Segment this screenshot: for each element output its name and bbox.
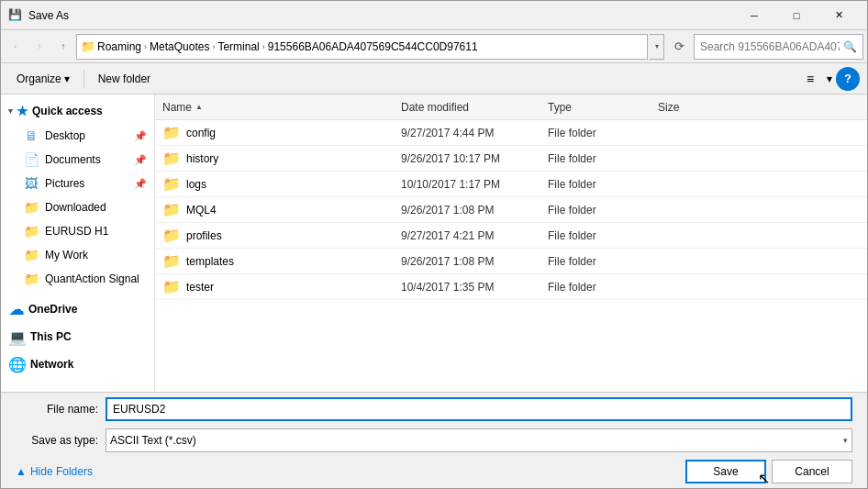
sidebar-documents-label: Documents [45, 153, 101, 166]
file-date-cell: 9/27/2017 4:44 PM [401, 127, 548, 139]
folder-icon: 📁 [162, 150, 181, 167]
folder-icon: 📁 [162, 252, 181, 270]
file-date-cell: 9/26/2017 1:08 PM [401, 255, 548, 268]
bottom-bar: File name: Save as type: ASCII Text (*.c… [1, 392, 867, 488]
sidebar-item-documents[interactable]: 📄 Documents 📌 [1, 148, 154, 172]
table-row[interactable]: 📁 config 9/27/2017 4:44 PM File folder [155, 120, 867, 146]
pictures-icon: 🖼 [23, 176, 39, 191]
save-button[interactable]: Save ↖ [685, 460, 766, 483]
sidebar-pictures-label: Pictures [45, 177, 84, 190]
file-type-cell: File folder [548, 229, 658, 242]
sidebar-item-quantaction[interactable]: 📁 QuantAction Signal [1, 267, 154, 291]
path-arrow-2: › [212, 42, 215, 51]
toolbar-separator [83, 70, 84, 88]
file-name-cell: tester [186, 281, 214, 294]
quick-access-header[interactable]: ▾ ★ Quick access [1, 98, 154, 124]
up-button[interactable]: ↑ [52, 34, 74, 60]
minimize-button[interactable]: ─ [733, 1, 775, 30]
save-type-select[interactable]: ASCII Text (*.csv) ▾ [106, 428, 852, 452]
file-type-cell: File folder [548, 204, 658, 217]
hide-folders-icon: ▲ [16, 465, 27, 478]
file-type-cell: File folder [548, 178, 658, 191]
file-name-input[interactable] [106, 397, 852, 421]
forward-button[interactable]: › [28, 34, 50, 60]
quantaction-icon: 📁 [23, 272, 39, 286]
folder-icon: 📁 [162, 227, 181, 244]
organize-button[interactable]: Organize ▾ [8, 67, 78, 91]
cancel-label: Cancel [795, 465, 829, 478]
address-bar: ‹ › ↑ 📁 Roaming › MetaQuotes › Terminal … [1, 30, 867, 63]
cursor-icon: ↖ [758, 470, 770, 487]
my-work-icon: 📁 [23, 248, 39, 262]
organize-arrow: ▾ [64, 72, 70, 85]
table-row[interactable]: 📁 history 9/26/2017 10:17 PM File folder [155, 146, 867, 172]
path-arrow-1: › [144, 42, 147, 51]
file-type-cell: File folder [548, 127, 658, 139]
file-list-header: Name ▲ Date modified Type Size [155, 94, 867, 120]
file-type-cell: File folder [548, 281, 658, 294]
new-folder-label: New folder [98, 72, 150, 85]
path-segment-roaming: Roaming [97, 40, 141, 53]
sidebar-item-desktop[interactable]: 🖥 Desktop 📌 [1, 124, 154, 148]
sidebar-downloaded-label: Downloaded [45, 201, 106, 214]
column-name-header[interactable]: Name ▲ [162, 101, 401, 114]
path-segment-hash: 915566BA06ADA407569C544CC0D97611 [268, 40, 478, 53]
sidebar-quantaction-label: QuantAction Signal [45, 272, 139, 285]
save-type-label: Save as type: [16, 434, 98, 447]
column-type-header[interactable]: Type [548, 101, 658, 114]
action-row: ▲ Hide Folders Save ↖ Cancel [1, 455, 867, 488]
sidebar-my-work-label: My Work [45, 249, 88, 261]
column-size-header[interactable]: Size [658, 101, 731, 114]
refresh-button[interactable]: ⟳ [666, 34, 692, 60]
dialog-title: Save As [28, 9, 733, 22]
table-row[interactable]: 📁 MQL4 9/26/2017 1:08 PM File folder [155, 197, 867, 223]
address-dropdown[interactable]: ▾ [650, 34, 664, 60]
view-button[interactable]: ≡ [797, 67, 823, 91]
file-date-cell: 9/26/2017 10:17 PM [401, 152, 548, 165]
toolbar: Organize ▾ New folder ≡ ▾ ? [1, 63, 867, 94]
main-content: ▾ ★ Quick access 🖥 Desktop 📌 📄 Documents… [1, 94, 867, 392]
sidebar-onedrive[interactable]: ☁ OneDrive [1, 296, 154, 322]
table-row[interactable]: 📁 profiles 9/27/2017 4:21 PM File folder [155, 223, 867, 249]
file-type-cell: File folder [548, 255, 658, 268]
help-button[interactable]: ? [836, 67, 860, 91]
file-name-label: File name: [16, 403, 98, 416]
sidebar-item-my-work[interactable]: 📁 My Work [1, 243, 154, 267]
sidebar-desktop-label: Desktop [45, 129, 85, 142]
sidebar-item-eurusd[interactable]: 📁 EURUSD H1 [1, 219, 154, 243]
save-type-value: ASCII Text (*.csv) [110, 434, 196, 447]
close-button[interactable]: ✕ [818, 1, 860, 30]
onedrive-icon: ☁ [8, 301, 25, 318]
search-input[interactable] [700, 40, 840, 53]
path-arrow-3: › [262, 42, 265, 51]
sidebar: ▾ ★ Quick access 🖥 Desktop 📌 📄 Documents… [1, 94, 155, 392]
onedrive-label: OneDrive [28, 303, 77, 316]
sidebar-network[interactable]: 🌐 Network [1, 351, 154, 377]
file-name-cell: profiles [186, 229, 222, 242]
cancel-button[interactable]: Cancel [772, 460, 852, 483]
save-type-arrow: ▾ [843, 436, 848, 445]
thispc-label: This PC [30, 330, 72, 343]
save-type-row: Save as type: ASCII Text (*.csv) ▾ [1, 426, 867, 455]
column-date-header[interactable]: Date modified [401, 101, 548, 114]
maximize-button[interactable]: □ [775, 1, 818, 30]
table-row[interactable]: 📁 tester 10/4/2017 1:35 PM File folder [155, 274, 867, 300]
folder-icon: 📁 [162, 201, 181, 218]
sidebar-item-downloaded[interactable]: 📁 Downloaded [1, 195, 154, 219]
sidebar-item-pictures[interactable]: 🖼 Pictures 📌 [1, 172, 154, 195]
file-date-cell: 10/4/2017 1:35 PM [401, 281, 548, 294]
pictures-pin-icon: 📌 [134, 178, 147, 190]
file-rows-container: 📁 config 9/27/2017 4:44 PM File folder 📁… [155, 120, 867, 300]
hide-folders-button[interactable]: ▲ Hide Folders [16, 465, 93, 478]
file-name-row: File name: [1, 393, 867, 426]
table-row[interactable]: 📁 logs 10/10/2017 1:17 PM File folder [155, 172, 867, 197]
file-date-cell: 9/26/2017 1:08 PM [401, 204, 548, 217]
new-folder-button[interactable]: New folder [90, 67, 159, 91]
sidebar-this-pc[interactable]: 💻 This PC [1, 324, 154, 350]
back-button[interactable]: ‹ [5, 34, 27, 60]
table-row[interactable]: 📁 templates 9/26/2017 1:08 PM File folde… [155, 249, 867, 274]
address-path[interactable]: 📁 Roaming › MetaQuotes › Terminal › 9155… [76, 34, 648, 60]
file-name-cell: logs [186, 178, 206, 191]
desktop-pin-icon: 📌 [134, 130, 147, 142]
action-buttons: Save ↖ Cancel [685, 460, 852, 483]
